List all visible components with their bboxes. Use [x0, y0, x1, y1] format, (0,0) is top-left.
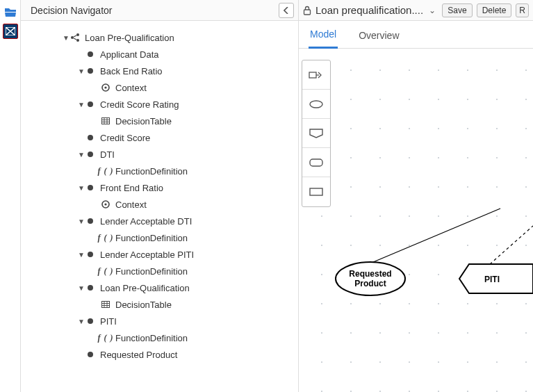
tree-item-label: Credit Score — [100, 133, 150, 143]
edge-solid — [368, 209, 500, 264]
svg-point-3 — [88, 51, 93, 57]
tree-item-label: Requested Product — [100, 350, 177, 360]
tree-item[interactable]: Requested Product — [21, 346, 294, 363]
context-icon — [100, 199, 111, 210]
svg-point-6 — [104, 86, 106, 88]
tree-subitem-label: FunctionDefinition — [115, 333, 188, 343]
rail-navigator-icon[interactable] — [3, 24, 18, 39]
tree-subitem-label: Context — [115, 199, 147, 210]
navigator-tree: ▼ Loan Pre-Qualification Applicant Data▼… — [21, 21, 298, 392]
edge-dashed — [490, 226, 533, 264]
node-requested-product[interactable]: Requested Product — [336, 262, 405, 295]
caret-down-icon: ▼ — [78, 318, 85, 325]
tree-item-label: Lender Acceptable PITI — [100, 250, 194, 260]
tab-overview[interactable]: Overview — [357, 30, 400, 48]
tree-item-label: DTI — [100, 149, 115, 160]
node-requested-product-label2: Product — [354, 279, 386, 288]
editor-toolbar: Loan prequalification.... ⌄ Save Delete … — [299, 0, 533, 21]
share-icon — [69, 32, 81, 43]
node-piti-label: PITI — [484, 275, 500, 284]
tree-subitem[interactable]: f ( )FunctionDefinition — [21, 163, 294, 179]
tree-subitem[interactable]: Context — [21, 196, 294, 213]
circle-icon — [85, 282, 96, 293]
rail-folder-icon[interactable] — [3, 4, 18, 19]
tree-subitem[interactable]: f ( )FunctionDefinition — [21, 329, 294, 346]
collapse-navigator-button[interactable] — [279, 3, 294, 18]
editor-panel: Loan prequalification.... ⌄ Save Delete … — [299, 0, 533, 392]
diagram-canvas[interactable]: Requested Product PITI — [299, 49, 533, 392]
table-icon — [100, 299, 111, 310]
circle-icon — [85, 49, 96, 60]
circle-icon — [85, 316, 96, 327]
svg-point-10 — [88, 152, 93, 157]
tree-subitem[interactable]: DecisionTable — [21, 296, 294, 313]
tree-subitem[interactable]: f ( )FunctionDefinition — [21, 229, 294, 246]
tree-item[interactable]: ▼Back End Ratio — [21, 63, 294, 79]
svg-rect-17 — [102, 302, 110, 308]
svg-point-19 — [88, 352, 93, 357]
tree-root-label: Loan Pre-Qualification — [85, 33, 174, 43]
tab-model[interactable]: Model — [309, 28, 338, 49]
tree-subitem-label: Context — [115, 83, 147, 93]
fn-icon: f ( ) — [100, 232, 111, 243]
fn-icon: f ( ) — [100, 165, 111, 177]
delete-button[interactable]: Delete — [477, 3, 512, 17]
svg-point-1 — [71, 36, 74, 39]
tree-subitem[interactable]: f ( )FunctionDefinition — [21, 263, 294, 279]
tree-item[interactable]: ▼Loan Pre-Qualification — [21, 279, 294, 296]
svg-point-0 — [76, 33, 79, 36]
svg-rect-8 — [102, 118, 110, 124]
svg-point-14 — [88, 218, 93, 224]
tree-item[interactable]: ▼Lender Acceptable DTI — [21, 213, 294, 229]
chevron-left-icon — [284, 7, 289, 14]
tree-item[interactable]: ▼Lender Acceptable PITI — [21, 246, 294, 263]
tree-subitem-label: FunctionDefinition — [115, 233, 188, 243]
tree-item[interactable]: ▼PITI — [21, 313, 294, 329]
svg-rect-20 — [304, 10, 311, 15]
svg-point-11 — [88, 185, 93, 190]
circle-icon — [85, 349, 96, 360]
svg-point-7 — [88, 101, 93, 107]
caret-down-icon: ▼ — [78, 218, 85, 225]
tree-item-label: Applicant Data — [100, 49, 159, 60]
svg-point-16 — [88, 285, 93, 291]
tree-item-label: Lender Acceptable DTI — [100, 216, 192, 227]
tree-subitem-label: FunctionDefinition — [115, 166, 188, 177]
fn-icon: f ( ) — [100, 266, 111, 277]
circle-icon — [85, 249, 96, 260]
file-title-text: Loan prequalification.... — [315, 4, 423, 16]
lock-icon — [303, 6, 311, 15]
tree-item[interactable]: ▼Credit Score Rating — [21, 96, 294, 113]
svg-point-2 — [76, 39, 79, 42]
left-rail — [0, 0, 21, 392]
tree-item[interactable]: ▼Front End Ratio — [21, 179, 294, 196]
svg-point-15 — [88, 252, 93, 257]
tree-item-label: Back End Ratio — [100, 66, 163, 76]
circle-icon — [85, 215, 96, 227]
tree-subitem[interactable]: DecisionTable — [21, 113, 294, 129]
tree-item[interactable]: Credit Score — [21, 129, 294, 146]
svg-point-9 — [88, 135, 93, 140]
caret-down-icon: ▼ — [78, 284, 85, 292]
more-button[interactable]: R — [516, 3, 529, 17]
tree-item[interactable]: ▼DTI — [21, 146, 294, 163]
tree-item-label: Credit Score Rating — [100, 99, 179, 110]
caret-down-icon: ▼ — [78, 151, 85, 158]
tree-subitem-label: DecisionTable — [115, 300, 172, 310]
save-button[interactable]: Save — [442, 3, 472, 17]
svg-point-4 — [88, 68, 93, 74]
tree-subitem[interactable]: Context — [21, 79, 294, 96]
circle-icon — [85, 99, 96, 110]
caret-down-icon: ▼ — [63, 34, 69, 42]
caret-down-icon: ▼ — [78, 67, 85, 75]
svg-point-18 — [88, 318, 93, 324]
circle-icon — [85, 149, 96, 160]
navigator-title: Decision Navigator — [31, 5, 279, 16]
tree-root[interactable]: ▼ Loan Pre-Qualification — [21, 29, 294, 46]
file-title-dropdown[interactable]: ⌄ — [427, 6, 437, 15]
diagram-svg: Requested Product PITI — [299, 49, 533, 392]
node-piti[interactable]: PITI — [459, 264, 533, 293]
editor-tabs: Model Overview — [299, 21, 533, 49]
circle-icon — [85, 65, 96, 76]
tree-item[interactable]: Applicant Data — [21, 46, 294, 63]
